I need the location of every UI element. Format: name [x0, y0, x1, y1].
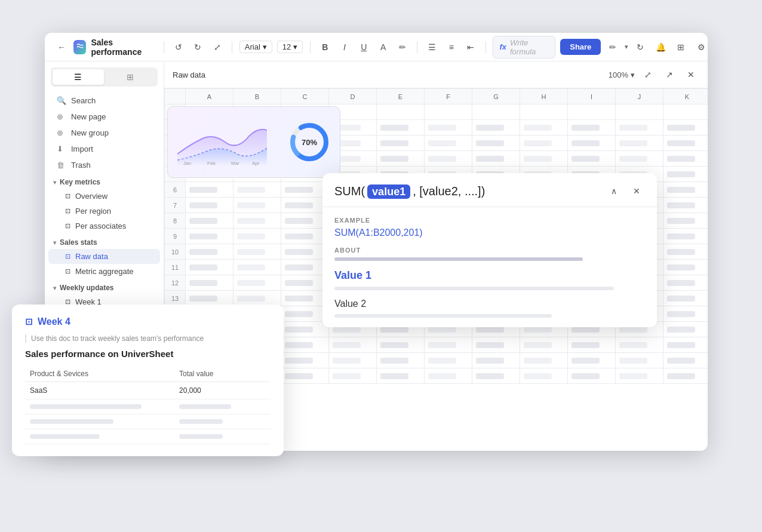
- grid-cell[interactable]: [377, 136, 425, 151]
- sidebar-item-per-region[interactable]: ⊡ Per region: [48, 204, 160, 219]
- outdent-button[interactable]: ⇤: [463, 39, 478, 56]
- grid-cell[interactable]: [663, 322, 708, 337]
- grid-cell[interactable]: [186, 213, 233, 229]
- grid-cell[interactable]: [520, 368, 568, 384]
- grid-cell[interactable]: [568, 368, 616, 384]
- grid-cell[interactable]: [663, 291, 708, 306]
- grid-cell[interactable]: [233, 213, 281, 229]
- grid-cell[interactable]: [233, 291, 281, 306]
- sidebar-item-trash[interactable]: 🗑 Trash: [48, 157, 160, 173]
- layout-button[interactable]: ⊞: [672, 39, 689, 56]
- redo-button[interactable]: ↻: [190, 39, 205, 56]
- sidebar-item-new-page[interactable]: ⊕ New page: [48, 109, 160, 125]
- grid-cell[interactable]: [472, 368, 520, 384]
- grid-cell[interactable]: [377, 104, 425, 120]
- grid-cell[interactable]: [281, 353, 329, 368]
- grid-view-button[interactable]: ⊞: [105, 69, 156, 85]
- grid-cell[interactable]: [186, 275, 233, 291]
- sidebar-item-metric-aggregate[interactable]: ⊡ Metric aggregate: [48, 264, 160, 279]
- grid-cell[interactable]: [233, 260, 281, 275]
- grid-cell[interactable]: [663, 244, 708, 260]
- highlight-button[interactable]: ✏: [395, 39, 410, 56]
- grid-cell[interactable]: [520, 337, 568, 353]
- grid-cell[interactable]: [233, 198, 281, 213]
- share-button[interactable]: Share: [560, 39, 601, 55]
- grid-cell[interactable]: [281, 368, 329, 384]
- grid-cell[interactable]: [568, 104, 616, 120]
- grid-cell[interactable]: [472, 104, 520, 120]
- grid-cell[interactable]: [425, 368, 472, 384]
- grid-cell[interactable]: [281, 306, 329, 322]
- sidebar-item-search[interactable]: 🔍 Search: [48, 93, 160, 109]
- list-view-button[interactable]: ☰: [53, 69, 104, 85]
- grid-cell[interactable]: [329, 353, 377, 368]
- grid-cell[interactable]: [472, 353, 520, 368]
- pen-button[interactable]: ✏: [604, 39, 621, 56]
- grid-cell[interactable]: [186, 244, 233, 260]
- grid-cell[interactable]: [233, 275, 281, 291]
- grid-cell[interactable]: [233, 229, 281, 244]
- grid-cell[interactable]: [663, 213, 708, 229]
- grid-cell[interactable]: [377, 337, 425, 353]
- grid-cell[interactable]: [568, 337, 616, 353]
- sidebar-item-per-associates[interactable]: ⊡ Per associates: [48, 219, 160, 233]
- grid-cell[interactable]: [281, 229, 329, 244]
- sidebar-item-new-group[interactable]: ⊕ New group: [48, 125, 160, 141]
- grid-cell[interactable]: [377, 353, 425, 368]
- grid-cell[interactable]: [281, 213, 329, 229]
- sheet-tab[interactable]: Raw data: [173, 70, 205, 79]
- section-key-metrics[interactable]: ▾ Key metrics: [45, 173, 164, 189]
- close-sheet-button[interactable]: ✕: [683, 66, 699, 83]
- grid-cell[interactable]: [472, 120, 520, 136]
- grid-cell[interactable]: [663, 353, 708, 368]
- grid-cell[interactable]: [281, 198, 329, 213]
- collapse-popup-button[interactable]: ∧: [606, 183, 622, 199]
- section-weekly-updates[interactable]: ▾ Weekly updates: [45, 279, 164, 294]
- grid-cell[interactable]: [329, 368, 377, 384]
- grid-cell[interactable]: [186, 198, 233, 213]
- collapse-button[interactable]: ⤢: [640, 66, 656, 83]
- grid-cell[interactable]: [281, 182, 329, 198]
- grid-cell[interactable]: [616, 136, 663, 151]
- grid-cell[interactable]: [616, 120, 663, 136]
- grid-cell[interactable]: [281, 244, 329, 260]
- grid-cell[interactable]: [281, 337, 329, 353]
- formula-bar[interactable]: fx Write formula: [493, 36, 555, 59]
- grid-cell[interactable]: [520, 353, 568, 368]
- grid-cell[interactable]: [377, 120, 425, 136]
- grid-cell[interactable]: [663, 151, 708, 167]
- italic-button[interactable]: I: [337, 39, 352, 56]
- grid-cell[interactable]: [281, 291, 329, 306]
- grid-cell[interactable]: [663, 275, 708, 291]
- grid-cell[interactable]: [472, 136, 520, 151]
- sidebar-item-raw-data[interactable]: ⊡ Raw data: [48, 249, 160, 264]
- settings-button[interactable]: ⚙: [693, 39, 708, 56]
- grid-cell[interactable]: [663, 229, 708, 244]
- font-selector[interactable]: Arial ▾: [239, 41, 272, 53]
- grid-cell[interactable]: [425, 104, 472, 120]
- grid-cell[interactable]: [186, 182, 233, 198]
- grid-cell[interactable]: [616, 368, 663, 384]
- grid-cell[interactable]: [377, 151, 425, 167]
- grid-cell[interactable]: [663, 182, 708, 198]
- grid-cell[interactable]: [616, 337, 663, 353]
- bell-button[interactable]: 🔔: [652, 39, 669, 56]
- grid-cell[interactable]: [233, 244, 281, 260]
- grid-cell[interactable]: [425, 353, 472, 368]
- grid-cell[interactable]: [568, 136, 616, 151]
- grid-cell[interactable]: [663, 198, 708, 213]
- zoom-control[interactable]: 100% ▾: [609, 70, 635, 79]
- grid-cell[interactable]: [186, 291, 233, 306]
- sidebar-item-overview[interactable]: ⊡ Overview: [48, 189, 160, 204]
- more-button[interactable]: ⤢: [210, 39, 225, 56]
- font-size-selector[interactable]: 12 ▾: [277, 41, 303, 53]
- grid-cell[interactable]: [472, 337, 520, 353]
- grid-cell[interactable]: [663, 136, 708, 151]
- back-button[interactable]: ←: [54, 39, 69, 56]
- grid-cell[interactable]: [663, 167, 708, 182]
- grid-cell[interactable]: [520, 104, 568, 120]
- grid-cell[interactable]: [663, 260, 708, 275]
- grid-cell[interactable]: [186, 260, 233, 275]
- list-button[interactable]: ☰: [425, 39, 439, 56]
- grid-cell[interactable]: [616, 353, 663, 368]
